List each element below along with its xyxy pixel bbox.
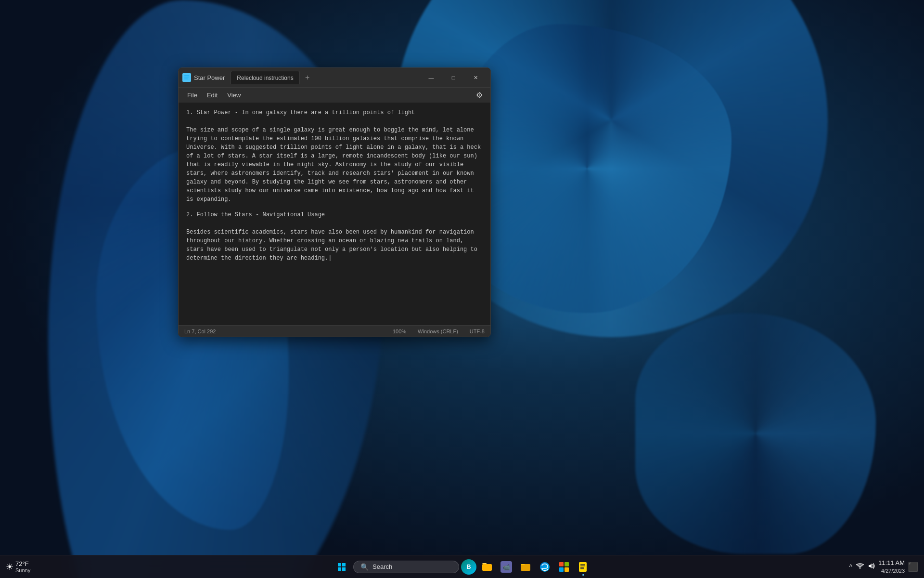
- svg-rect-14: [559, 562, 564, 566]
- taskbar: ☀ 72°F Sunny 🔍 Search B: [0, 555, 924, 578]
- svg-rect-17: [565, 567, 569, 572]
- notepad-button[interactable]: [575, 558, 592, 576]
- menu-bar: File Edit View ⚙: [179, 87, 490, 103]
- edit-menu[interactable]: Edit: [202, 90, 222, 101]
- svg-rect-7: [338, 567, 341, 571]
- view-menu[interactable]: View: [222, 90, 245, 101]
- svg-rect-5: [338, 563, 341, 566]
- teams-button[interactable]: 📹: [498, 558, 515, 576]
- cursor-position: Ln 7, Col 292: [184, 328, 216, 334]
- app-icon: [182, 73, 191, 82]
- minimize-button[interactable]: —: [420, 68, 442, 87]
- system-tray: ^: [849, 563, 875, 571]
- edge-button[interactable]: [536, 558, 553, 576]
- start-button[interactable]: [332, 557, 351, 577]
- weather-icon: ☀: [6, 562, 13, 572]
- weather-condition: Sunny: [15, 567, 30, 573]
- svg-rect-1: [184, 75, 189, 76]
- svg-rect-2: [184, 77, 189, 78]
- svg-rect-21: [580, 567, 584, 568]
- status-bar: Ln 7, Col 292 100% Windows (CRLF) UTF-8: [179, 325, 490, 337]
- search-bar[interactable]: 🔍 Search: [353, 561, 459, 573]
- add-tab-button[interactable]: +: [302, 72, 313, 83]
- editor-content: 1. Star Power - In one galaxy there are …: [186, 108, 483, 263]
- status-right: 100% Windows (CRLF) UTF-8: [393, 328, 485, 334]
- window-controls: — □ ✕: [420, 68, 487, 87]
- svg-rect-6: [342, 563, 346, 566]
- clock[interactable]: 11:11 AM 4/27/2023: [878, 559, 905, 574]
- svg-rect-15: [565, 562, 569, 566]
- file-manager-button[interactable]: [517, 558, 534, 576]
- svg-rect-12: [521, 564, 530, 571]
- store-button[interactable]: [555, 558, 573, 576]
- title-bar: Star Power Relecloud instructions + — □ …: [179, 68, 490, 87]
- close-button[interactable]: ✕: [464, 68, 487, 87]
- taskbar-center: 🔍 Search B 📹: [332, 557, 592, 577]
- encoding[interactable]: UTF-8: [470, 328, 485, 334]
- svg-rect-22: [580, 568, 584, 569]
- taskbar-left: ☀ 72°F Sunny: [6, 560, 30, 573]
- file-explorer-button[interactable]: [478, 558, 496, 576]
- notepad-window: Star Power Relecloud instructions + — □ …: [178, 67, 491, 337]
- clock-date: 4/27/2023: [878, 567, 905, 574]
- weather-widget[interactable]: ☀ 72°F Sunny: [6, 560, 30, 573]
- svg-rect-9: [482, 564, 492, 571]
- search-icon: 🔍: [360, 563, 369, 571]
- volume-icon[interactable]: [868, 563, 875, 571]
- clock-time: 11:11 AM: [878, 559, 905, 567]
- tab-area: Relecloud instructions +: [231, 71, 420, 84]
- svg-rect-20: [580, 565, 585, 566]
- temperature: 72°F: [15, 560, 30, 567]
- svg-rect-16: [559, 567, 564, 572]
- zoom-level[interactable]: 100%: [393, 328, 406, 334]
- active-tab[interactable]: Relecloud instructions: [231, 71, 299, 84]
- menu-bar-right: ⚙: [472, 89, 487, 102]
- app-title: Star Power: [194, 74, 225, 81]
- editor-area[interactable]: 1. Star Power - In one galaxy there are …: [179, 103, 490, 325]
- bing-button[interactable]: B: [461, 559, 476, 575]
- settings-icon[interactable]: ⚙: [472, 89, 487, 102]
- svg-rect-8: [342, 567, 346, 571]
- taskbar-right: ^ 11:11 AM 4/27/2023 ⬛: [849, 559, 918, 574]
- svg-rect-4: [184, 79, 188, 79]
- notification-icon[interactable]: ⬛: [908, 562, 918, 572]
- svg-text:📹: 📹: [502, 563, 511, 571]
- wifi-icon[interactable]: [856, 563, 864, 571]
- file-menu[interactable]: File: [182, 90, 202, 101]
- maximize-button[interactable]: □: [442, 68, 464, 87]
- search-label: Search: [372, 563, 392, 570]
- chevron-up-icon[interactable]: ^: [849, 563, 852, 571]
- line-ending[interactable]: Windows (CRLF): [418, 328, 458, 334]
- svg-rect-3: [184, 78, 188, 79]
- svg-rect-19: [580, 564, 585, 565]
